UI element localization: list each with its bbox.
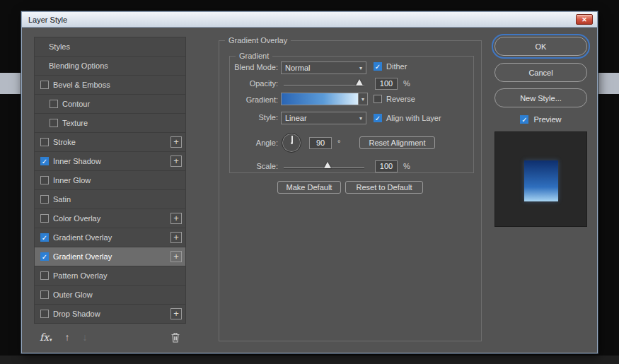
preview-pane	[494, 131, 587, 227]
opacity-label: Opacity:	[230, 79, 278, 88]
chevron-down-icon: ▾	[359, 115, 362, 122]
make-default-button[interactable]: Make Default	[277, 181, 341, 194]
sidebar-item-bevel-emboss[interactable]: Bevel & Emboss	[35, 76, 185, 95]
checkbox-icon[interactable]	[50, 119, 58, 127]
add-effect-plus-button[interactable]: +	[170, 136, 182, 148]
sidebar-item-label: Bevel & Emboss	[53, 81, 110, 89]
fx-menu-button[interactable]: fx▾	[40, 331, 52, 343]
sidebar-item-styles[interactable]: Styles	[35, 37, 185, 57]
close-icon: ✕	[582, 16, 587, 23]
checkbox-icon[interactable]: ✓	[40, 252, 49, 261]
new-style-button[interactable]: New Style...	[494, 88, 587, 107]
group-title: Gradient	[236, 52, 272, 60]
align-with-layer-label: Align with Layer	[386, 114, 441, 122]
angle-center-dot	[291, 142, 293, 144]
delete-effect-button[interactable]	[170, 332, 180, 343]
sidebar-item-label: Blending Options	[49, 61, 108, 70]
add-effect-plus-button[interactable]: +	[170, 155, 182, 167]
checkbox-icon[interactable]	[40, 138, 49, 146]
opacity-unit: %	[403, 79, 410, 88]
layer-style-dialog: Layer Style ✕ StylesBlending OptionsBeve…	[21, 11, 598, 353]
checkbox-icon[interactable]	[50, 100, 58, 108]
opacity-value-field[interactable]: 100	[375, 78, 398, 90]
angle-unit: °	[337, 139, 340, 147]
chevron-down-icon: ▾	[359, 65, 362, 71]
checkbox-icon[interactable]	[40, 214, 49, 223]
dialog-titlebar[interactable]: Layer Style ✕	[22, 12, 597, 28]
gradient-swatch[interactable]	[281, 93, 359, 105]
checkbox-icon[interactable]	[40, 176, 49, 184]
scale-slider-thumb[interactable]	[324, 162, 331, 168]
sidebar-item-inner-shadow[interactable]: ✓Inner Shadow+	[35, 152, 185, 171]
checkbox-icon[interactable]: ✓	[40, 157, 49, 165]
checkbox-icon[interactable]	[40, 271, 49, 280]
sidebar-item-label: Inner Glow	[53, 176, 91, 184]
close-button[interactable]: ✕	[576, 14, 593, 25]
sidebar-item-label: Styles	[49, 42, 70, 51]
sidebar-item-stroke[interactable]: Stroke+	[35, 133, 185, 152]
checkbox-icon[interactable]	[40, 290, 49, 299]
sidebar-item-pattern-overlay[interactable]: Pattern Overlay	[35, 266, 185, 286]
add-effect-plus-button[interactable]: +	[170, 232, 182, 243]
angle-dial[interactable]	[282, 133, 301, 153]
reset-alignment-button[interactable]: Reset Alignment	[359, 136, 435, 149]
checkbox-icon[interactable]	[40, 310, 49, 318]
dialog-title: Layer Style	[28, 16, 67, 24]
add-effect-plus-button[interactable]: +	[170, 308, 182, 319]
sidebar-item-label: Inner Shadow	[53, 157, 101, 165]
trash-icon	[170, 332, 180, 343]
gradient-label: Gradient:	[230, 95, 278, 104]
sidebar-item-gradient-overlay[interactable]: ✓Gradient Overlay+	[35, 247, 185, 266]
checkbox-icon[interactable]	[40, 81, 49, 89]
dither-label: Dither	[386, 62, 407, 71]
ok-button[interactable]: OK	[494, 37, 587, 56]
scale-slider[interactable]	[284, 168, 364, 169]
fx-caret-icon: ▾	[50, 337, 52, 342]
style-label: Style:	[230, 113, 278, 122]
checkbox-icon[interactable]: ✓	[374, 114, 382, 122]
scale-value-field[interactable]: 100	[375, 160, 398, 172]
opacity-slider-thumb[interactable]	[356, 79, 363, 86]
dither-checkbox[interactable]: ✓ Dither	[374, 62, 407, 71]
add-effect-plus-button[interactable]: +	[170, 213, 182, 224]
checkbox-icon[interactable]: ✓	[520, 115, 528, 124]
sidebar-item-texture[interactable]: Texture	[35, 114, 185, 133]
sidebar-item-blending-options[interactable]: Blending Options	[35, 57, 185, 76]
sidebar-item-label: Texture	[62, 119, 88, 127]
sidebar-list: StylesBlending OptionsBevel & EmbossCont…	[34, 37, 186, 324]
sidebar-item-gradient-overlay[interactable]: ✓Gradient Overlay+	[35, 228, 185, 247]
add-effect-plus-button[interactable]: +	[170, 251, 182, 262]
preview-checkbox[interactable]: ✓ Preview	[494, 115, 587, 124]
move-effect-up-button[interactable]: ↑	[65, 331, 70, 343]
opacity-slider[interactable]	[284, 85, 364, 86]
align-with-layer-checkbox[interactable]: ✓ Align with Layer	[374, 114, 441, 122]
angle-value-field[interactable]: 90	[309, 137, 332, 149]
sidebar-item-color-overlay[interactable]: Color Overlay+	[35, 209, 185, 228]
checkbox-icon[interactable]	[40, 195, 49, 204]
checkbox-icon[interactable]	[374, 95, 382, 103]
reset-to-default-button[interactable]: Reset to Default	[345, 181, 423, 194]
move-effect-down-button[interactable]: ↓	[83, 331, 88, 343]
sidebar-item-label: Color Overlay	[53, 214, 100, 223]
sidebar-item-label: Gradient Overlay	[53, 252, 112, 261]
sidebar-item-satin[interactable]: Satin	[35, 190, 185, 209]
sidebar-item-contour[interactable]: Contour	[35, 95, 185, 114]
sidebar-item-label: Pattern Overlay	[53, 271, 107, 280]
reverse-checkbox[interactable]: Reverse	[374, 95, 415, 103]
scale-unit: %	[403, 162, 410, 170]
sidebar-item-inner-glow[interactable]: Inner Glow	[35, 171, 185, 190]
styles-sidebar: StylesBlending OptionsBevel & EmbossCont…	[34, 37, 186, 346]
sidebar-item-label: Satin	[53, 195, 71, 204]
sidebar-item-drop-shadow[interactable]: Drop Shadow+	[35, 305, 185, 324]
cancel-button[interactable]: Cancel	[494, 63, 587, 82]
gradient-dropdown-button[interactable]: ▾	[359, 93, 368, 105]
blend-mode-dropdown[interactable]: Normal ▾	[281, 61, 366, 74]
style-dropdown[interactable]: Linear ▾	[281, 112, 366, 124]
sidebar-item-outer-glow[interactable]: Outer Glow	[35, 286, 185, 305]
gradient-group: Gradient Blend Mode: Normal ▾ ✓ Dither O…	[229, 56, 474, 173]
sidebar-item-label: Drop Shadow	[53, 310, 100, 318]
checkbox-icon[interactable]: ✓	[40, 233, 49, 242]
checkbox-icon[interactable]: ✓	[374, 62, 382, 71]
sidebar-item-label: Gradient Overlay	[53, 233, 112, 242]
background-bottom-strip	[0, 356, 619, 364]
